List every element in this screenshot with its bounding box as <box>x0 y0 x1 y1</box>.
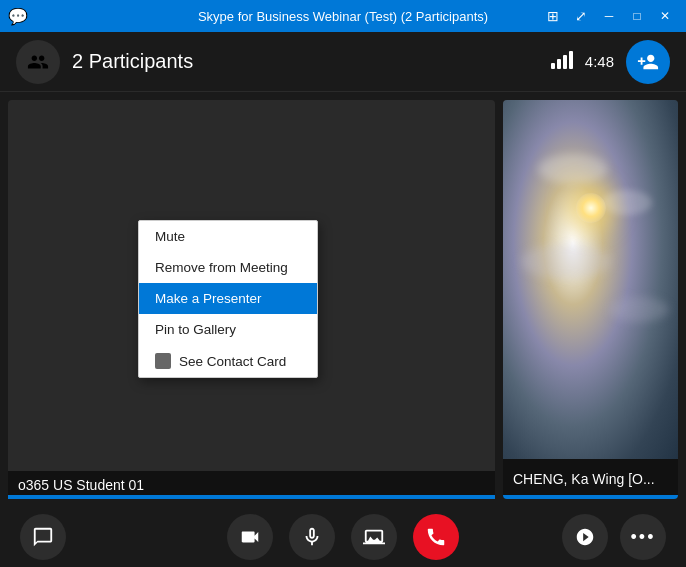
bottom-center <box>227 514 459 560</box>
cloud-2 <box>602 190 652 215</box>
bottom-right: ••• <box>562 514 666 560</box>
maximize-button[interactable]: □ <box>624 3 650 29</box>
devices-button[interactable] <box>562 514 608 560</box>
chat-icon <box>32 526 54 548</box>
mute-label: Mute <box>155 229 185 244</box>
participants-title: 2 Participants <box>72 50 193 73</box>
video-tile-side: CHENG, Ka Wing [O... <box>503 100 678 499</box>
sun-effect <box>576 193 606 223</box>
main-content: Mute Remove from Meeting Make a Presente… <box>0 92 686 507</box>
cloud-3 <box>521 244 611 279</box>
cloud-1 <box>538 154 608 184</box>
devices-icon <box>574 526 596 548</box>
menu-item-presenter[interactable]: Make a Presenter <box>139 283 317 314</box>
minimize-button[interactable]: ─ <box>596 3 622 29</box>
video-icon <box>239 526 261 548</box>
menu-item-contact[interactable]: See Contact Card <box>139 345 317 377</box>
add-participant-button[interactable] <box>626 40 670 84</box>
remove-label: Remove from Meeting <box>155 260 288 275</box>
sky-thumbnail <box>503 100 678 459</box>
share-screen-icon <box>363 526 385 548</box>
participant-name-bar-side <box>503 495 678 499</box>
add-participant-icon <box>637 51 659 73</box>
video-tile-main: Mute Remove from Meeting Make a Presente… <box>8 100 495 499</box>
menu-item-remove[interactable]: Remove from Meeting <box>139 252 317 283</box>
time-display: 4:48 <box>585 53 614 70</box>
bottom-left <box>20 514 66 560</box>
top-bar: 2 Participants 4:48 <box>0 32 686 92</box>
svg-rect-1 <box>557 59 561 69</box>
participant-name-bar-main <box>8 495 495 499</box>
svg-rect-3 <box>569 51 573 69</box>
app-icon: 💬 <box>8 7 28 26</box>
close-button[interactable]: ✕ <box>652 3 678 29</box>
hangup-button[interactable] <box>413 514 459 560</box>
share-button[interactable] <box>351 514 397 560</box>
mic-icon <box>301 526 323 548</box>
title-bar-left: 💬 <box>8 7 28 26</box>
title-bar: 💬 Skype for Business Webinar (Test) (2 P… <box>0 0 686 32</box>
top-bar-right: 4:48 <box>551 40 670 84</box>
context-menu: Mute Remove from Meeting Make a Presente… <box>138 220 318 378</box>
presenter-label: Make a Presenter <box>155 291 262 306</box>
expand-button[interactable]: ⤢ <box>568 3 594 29</box>
mic-button[interactable] <box>289 514 335 560</box>
signal-icon <box>551 51 573 73</box>
more-icon: ••• <box>631 527 656 548</box>
hangup-icon <box>425 526 447 548</box>
bottom-bar: ••• <box>0 507 686 567</box>
menu-item-pin[interactable]: Pin to Gallery <box>139 314 317 345</box>
grid-view-button[interactable]: ⊞ <box>540 3 566 29</box>
signal-bars-icon <box>551 51 573 69</box>
more-button[interactable]: ••• <box>620 514 666 560</box>
pin-label: Pin to Gallery <box>155 322 236 337</box>
chat-button[interactable] <box>20 514 66 560</box>
contact-label: See Contact Card <box>179 354 286 369</box>
participants-icon-button[interactable] <box>16 40 60 84</box>
menu-item-mute[interactable]: Mute <box>139 221 317 252</box>
contact-card-icon <box>155 353 171 369</box>
svg-rect-0 <box>551 63 555 69</box>
top-bar-left: 2 Participants <box>16 40 193 84</box>
cloud-4 <box>609 297 669 322</box>
participants-icon <box>27 51 49 73</box>
svg-rect-2 <box>563 55 567 69</box>
participant-name-side: CHENG, Ka Wing [O... <box>503 459 678 499</box>
video-button[interactable] <box>227 514 273 560</box>
title-bar-controls: ⊞ ⤢ ─ □ ✕ <box>540 3 678 29</box>
title-bar-title: Skype for Business Webinar (Test) (2 Par… <box>198 9 488 24</box>
